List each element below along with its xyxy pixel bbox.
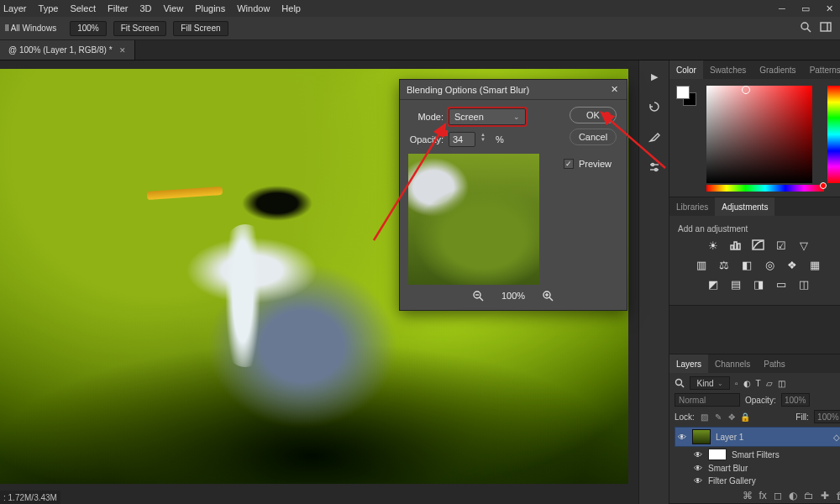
menu-type[interactable]: Type [39, 3, 59, 13]
mode-select[interactable]: Screen ⌄ [449, 108, 526, 125]
blend-mode-select[interactable]: Normal [675, 393, 740, 407]
sliders-icon[interactable] [647, 160, 662, 175]
adj-exposure-icon[interactable]: ☑ [774, 239, 789, 252]
menu-window[interactable]: Window [237, 3, 270, 13]
window-restore-icon[interactable]: ▭ [800, 3, 811, 14]
fg-swatch[interactable] [676, 86, 690, 99]
menu-3d[interactable]: 3D [139, 3, 151, 13]
adj-invert-icon[interactable]: ◩ [706, 277, 721, 291]
tab-channels[interactable]: Channels [708, 354, 757, 373]
layers-search-icon[interactable] [675, 378, 685, 388]
delete-layer-icon[interactable]: 🗑 [836, 490, 840, 501]
filter-name[interactable]: Smart Blur [708, 464, 748, 473]
fill-value[interactable]: 100% [814, 410, 840, 423]
menu-layer[interactable]: Layer [3, 3, 27, 13]
opacity-stepper[interactable]: ▲▼ [480, 132, 491, 147]
filter-name[interactable]: Filter Gallery [708, 476, 756, 486]
adj-channel-mixer-icon[interactable]: ❖ [785, 258, 800, 271]
menu-filter[interactable]: Filter [108, 3, 128, 13]
opt-fill-screen[interactable]: Fill Screen [173, 21, 228, 36]
filter-pixel-icon[interactable]: ▫ [735, 379, 738, 388]
layer-mask-icon[interactable]: ◻ [774, 490, 782, 501]
color-picker-marker[interactable] [742, 86, 750, 94]
close-icon[interactable]: ✕ [608, 84, 620, 96]
new-adjustment-icon[interactable]: ◐ [789, 490, 797, 501]
adj-posterize-icon[interactable]: ▤ [728, 277, 743, 291]
adj-selective-icon[interactable]: ◫ [796, 277, 811, 291]
new-group-icon[interactable]: 🗀 [804, 490, 814, 501]
checkbox-icon[interactable]: ✓ [564, 159, 574, 169]
dialog-titlebar[interactable]: Blending Options (Smart Blur) ✕ [400, 80, 627, 100]
filter-adjust-icon[interactable]: ◐ [743, 379, 751, 388]
hue-slider[interactable] [827, 86, 840, 183]
layer-fx-icon[interactable]: fx [759, 490, 767, 501]
new-layer-icon[interactable]: ✚ [821, 490, 829, 501]
lock-all-icon[interactable]: 🔒 [740, 412, 750, 422]
adj-levels-icon[interactable] [728, 239, 743, 252]
close-tab-icon[interactable]: ✕ [119, 46, 126, 55]
filter-smart-blur-row[interactable]: 👁 Smart Blur [675, 462, 840, 475]
opacity-input[interactable]: 34 [449, 132, 475, 147]
history-icon[interactable] [647, 99, 662, 114]
layer-row-layer1[interactable]: 👁 Layer 1 ◇ [675, 427, 840, 447]
menu-help[interactable]: Help [281, 3, 301, 13]
tab-swatches[interactable]: Swatches [703, 60, 753, 79]
zoom-out-icon[interactable] [473, 290, 485, 302]
play-icon[interactable]: ▶ [647, 69, 662, 84]
opt-all-windows[interactable]: ll All Windows [2, 24, 60, 33]
window-close-icon[interactable]: ✕ [823, 3, 835, 14]
layers-filter-kind[interactable]: Kind⌄ [690, 376, 730, 390]
adj-color-balance-icon[interactable]: ⚖ [717, 258, 732, 271]
adj-photo-filter-icon[interactable]: ◎ [762, 258, 777, 271]
document-tab[interactable]: @ 100% (Layer 1, RGB/8) * ✕ [0, 40, 135, 60]
zoom-in-icon[interactable] [542, 290, 554, 302]
opt-zoom-value[interactable]: 100% [70, 21, 107, 36]
lock-artboard-icon[interactable]: ✥ [727, 412, 737, 422]
adj-hue-icon[interactable]: ▥ [694, 258, 709, 271]
visibility-icon[interactable]: 👁 [693, 476, 703, 486]
brush-icon[interactable] [647, 129, 662, 144]
preview-checkbox[interactable]: ✓ Preview [564, 159, 612, 169]
menu-plugins[interactable]: Plugins [195, 3, 225, 13]
adj-gradient-map-icon[interactable]: ▭ [774, 277, 789, 291]
lock-pixels-icon[interactable]: ▨ [700, 412, 710, 422]
filter-type-icon[interactable]: T [756, 379, 761, 388]
tab-color[interactable]: Color [669, 60, 703, 79]
adj-bw-icon[interactable]: ◧ [739, 258, 754, 271]
visibility-icon[interactable]: 👁 [693, 464, 703, 473]
menu-view[interactable]: View [163, 3, 183, 13]
link-layers-icon[interactable]: ⌘ [743, 490, 753, 501]
ok-button[interactable]: OK [570, 107, 617, 123]
tab-patterns[interactable]: Patterns [803, 60, 840, 79]
tab-adjustments[interactable]: Adjustments [715, 197, 774, 216]
color-strip-marker[interactable] [820, 182, 827, 189]
smart-filters-group[interactable]: 👁 Smart Filters [675, 447, 840, 462]
tab-gradients[interactable]: Gradients [753, 60, 802, 79]
tab-layers[interactable]: Layers [669, 354, 708, 373]
visibility-icon[interactable]: 👁 [677, 433, 687, 442]
search-icon[interactable] [800, 21, 811, 34]
fg-bg-swatches[interactable] [676, 86, 696, 106]
opt-fit-screen[interactable]: Fit Screen [113, 21, 167, 36]
adj-threshold-icon[interactable]: ◨ [751, 277, 766, 291]
color-strip[interactable] [706, 185, 824, 192]
cancel-button[interactable]: Cancel [570, 129, 617, 145]
menu-select[interactable]: Select [70, 3, 96, 13]
layer-name[interactable]: Layer 1 [716, 433, 743, 442]
opacity-value[interactable]: 100% [781, 393, 810, 407]
filter-shape-icon[interactable]: ▱ [766, 379, 773, 388]
layer-thumbnail[interactable] [692, 429, 711, 444]
adj-brightness-icon[interactable]: ☀ [706, 239, 721, 252]
smart-object-icon[interactable]: ◇ [833, 433, 840, 442]
lock-position-icon[interactable]: ✎ [713, 412, 723, 422]
tab-paths[interactable]: Paths [757, 354, 792, 373]
visibility-icon[interactable]: 👁 [693, 450, 703, 459]
filter-smart-icon[interactable]: ◫ [778, 379, 785, 388]
adj-lookup-icon[interactable]: ▦ [807, 258, 822, 271]
color-field[interactable] [706, 86, 812, 183]
dialog-preview-image[interactable] [408, 154, 539, 285]
adj-vibrance-icon[interactable]: ▽ [796, 239, 811, 252]
adj-curves-icon[interactable] [751, 239, 766, 252]
tab-libraries[interactable]: Libraries [669, 197, 715, 216]
window-minimize-icon[interactable]: ─ [776, 3, 788, 14]
